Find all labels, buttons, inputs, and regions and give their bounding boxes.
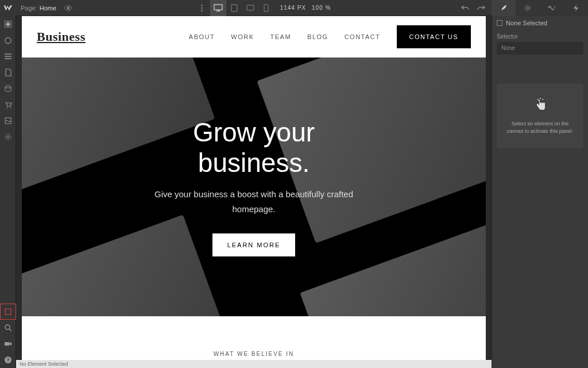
contact-us-button[interactable]: CONTACT US <box>397 25 471 48</box>
help-icon[interactable]: ? <box>0 352 16 368</box>
menu-dots-icon[interactable] <box>194 0 210 16</box>
svg-point-7 <box>5 325 10 329</box>
svg-text:?: ? <box>6 357 10 363</box>
webflow-logo-icon[interactable] <box>0 0 16 16</box>
site-logo[interactable]: Business <box>37 29 86 44</box>
tab-style-manager-icon[interactable] <box>540 0 564 16</box>
hero-subtitle[interactable]: Give your business a boost with a beauti… <box>154 187 353 216</box>
nav-link-contact[interactable]: CONTACT <box>345 33 381 40</box>
preview-icon[interactable] <box>62 2 75 14</box>
site-header[interactable]: Business ABOUT WORK TEAM BLOG CONTACT CO… <box>22 16 486 57</box>
svg-point-14 <box>201 10 202 11</box>
tab-settings-icon[interactable] <box>516 0 540 16</box>
section-believe[interactable]: WHAT WE BELIEVE IN <box>22 316 486 357</box>
svg-point-12 <box>201 5 202 6</box>
selector-input[interactable]: None <box>497 42 583 55</box>
pages-icon[interactable] <box>0 64 16 80</box>
selector-heading: Selector <box>492 30 588 42</box>
selection-box-icon <box>497 20 502 26</box>
section-label[interactable]: WHAT WE BELIEVE IN <box>22 351 486 357</box>
page-name[interactable]: Home <box>40 5 56 12</box>
hero-title-line2: business. <box>198 148 310 178</box>
pointer-hand-icon <box>504 97 577 113</box>
hero-subtitle-line1: Give your business a boost with a beauti… <box>154 189 353 199</box>
left-toolbar: ? <box>0 0 16 368</box>
add-element-icon[interactable] <box>0 16 16 32</box>
svg-rect-16 <box>231 5 237 12</box>
panel-empty-state: Select an element on the canvas to activ… <box>497 83 583 148</box>
none-selected-label: None Selected <box>506 20 547 26</box>
search-icon[interactable] <box>0 320 16 336</box>
audit-icon[interactable] <box>0 304 16 320</box>
right-panel-tabs <box>492 0 588 16</box>
svg-rect-18 <box>264 5 268 12</box>
device-tablet-landscape-icon[interactable] <box>242 0 258 16</box>
video-icon[interactable] <box>0 336 16 352</box>
svg-rect-17 <box>247 5 254 10</box>
zoom-label[interactable]: 100 % <box>312 5 331 11</box>
site-nav: ABOUT WORK TEAM BLOG CONTACT <box>189 33 381 40</box>
assets-icon[interactable] <box>0 113 16 129</box>
tab-interactions-icon[interactable] <box>564 0 588 16</box>
canvas-width-label[interactable]: 1144 PX <box>280 5 306 11</box>
hero-title[interactable]: Grow your business. <box>154 117 353 178</box>
status-bar: No Element Selected <box>16 360 492 368</box>
device-mobile-icon[interactable] <box>258 0 274 16</box>
hero-subtitle-line2: homepage. <box>232 204 275 214</box>
symbols-icon[interactable] <box>0 32 16 48</box>
svg-point-5 <box>7 136 9 138</box>
learn-more-button[interactable]: LEARN MORE <box>212 233 296 256</box>
nav-link-team[interactable]: TEAM <box>270 33 292 40</box>
nav-link-work[interactable]: WORK <box>231 33 254 40</box>
ecommerce-icon[interactable] <box>0 97 16 113</box>
svg-point-2 <box>7 107 8 108</box>
tab-style-icon[interactable] <box>492 0 516 16</box>
nav-link-blog[interactable]: BLOG <box>307 33 328 40</box>
svg-point-1 <box>5 86 11 88</box>
svg-point-21 <box>548 6 550 7</box>
undo-icon[interactable] <box>457 0 473 16</box>
svg-point-13 <box>201 7 202 8</box>
selection-indicator: None Selected <box>492 16 588 30</box>
hero-section[interactable]: Grow your business. Give your business a… <box>22 57 486 316</box>
device-tablet-icon[interactable] <box>226 0 242 16</box>
settings-icon[interactable] <box>0 129 16 145</box>
status-text: No Element Selected <box>20 361 68 367</box>
hero-title-line1: Grow your <box>193 117 315 147</box>
cms-icon[interactable] <box>0 80 16 97</box>
design-canvas[interactable]: Business ABOUT WORK TEAM BLOG CONTACT CO… <box>22 16 486 360</box>
nav-link-about[interactable]: ABOUT <box>189 33 215 40</box>
svg-point-22 <box>554 6 555 7</box>
navigator-icon[interactable] <box>0 48 16 64</box>
svg-rect-6 <box>5 309 11 315</box>
empty-state-message: Select an element on the canvas to activ… <box>504 120 577 135</box>
canvas-viewport: Business ABOUT WORK TEAM BLOG CONTACT CO… <box>16 16 492 360</box>
svg-rect-15 <box>214 5 222 10</box>
svg-point-11 <box>67 7 69 9</box>
device-desktop-icon[interactable] <box>210 0 226 16</box>
page-label: Page: <box>21 5 37 12</box>
redo-icon[interactable] <box>473 0 489 16</box>
svg-point-3 <box>10 107 11 108</box>
style-panel: None Selected Selector None Select an el… <box>492 16 588 368</box>
svg-point-20 <box>527 7 529 9</box>
svg-rect-8 <box>5 342 9 346</box>
